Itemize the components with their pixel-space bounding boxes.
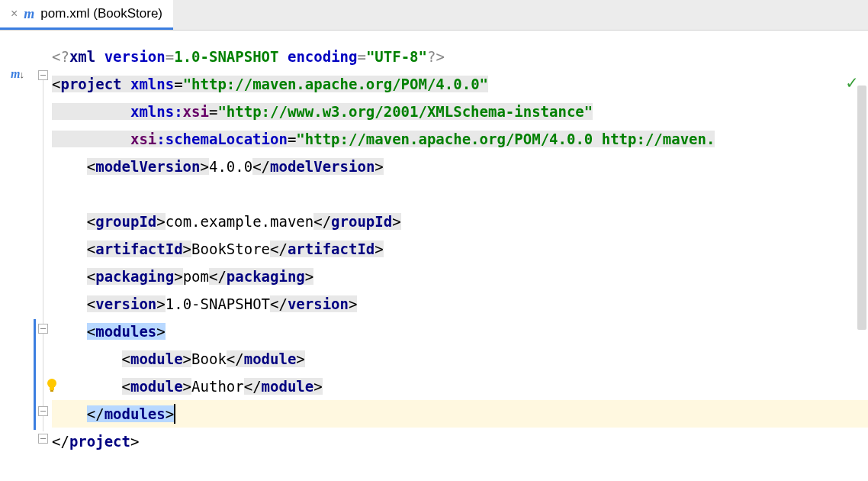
scrollbar-thumb[interactable] (857, 86, 866, 330)
svg-point-0 (47, 379, 56, 388)
code-line[interactable]: <?xml version=1.0-SNAPSHOT encoding="UTF… (52, 43, 868, 70)
fold-gutter (37, 31, 52, 481)
intention-bulb-icon[interactable] (44, 377, 59, 392)
code-line[interactable]: <version>1.0-SNAPSHOT</version> (52, 290, 868, 318)
code-line[interactable]: <modules> (52, 318, 868, 345)
editor-area: m <?xml version=1.0-SNAPSHOT encoding="U… (0, 31, 868, 481)
close-icon[interactable]: × (11, 7, 18, 21)
fold-toggle-icon[interactable] (38, 324, 48, 334)
code-line[interactable] (52, 180, 868, 208)
code-line[interactable]: <groupId>com.example.maven</groupId> (52, 208, 868, 235)
fold-toggle-icon[interactable] (38, 70, 48, 80)
code-line[interactable]: <artifactId>BookStore</artifactId> (52, 235, 868, 263)
change-marker (34, 319, 36, 430)
text-cursor (174, 404, 175, 424)
fold-toggle-icon[interactable] (38, 406, 48, 416)
code-line[interactable]: <packaging>pom</packaging> (52, 263, 868, 290)
fold-line (43, 80, 43, 431)
code-line[interactable]: <modelVersion>4.0.0</modelVersion> (52, 153, 868, 180)
svg-rect-1 (50, 387, 54, 390)
code-line[interactable]: <project xmlns="http://maven.apache.org/… (52, 70, 868, 98)
left-gutter: m (0, 31, 37, 481)
maven-file-icon: m (24, 6, 34, 22)
fold-toggle-icon[interactable] (38, 434, 48, 444)
code-line[interactable]: xsi:schemaLocation="http://maven.apache.… (52, 125, 868, 153)
code-line[interactable]: </project> (52, 428, 868, 455)
svg-rect-2 (50, 390, 53, 392)
inspection-ok-icon[interactable]: ✓ (847, 72, 857, 93)
code-editor[interactable]: <?xml version=1.0-SNAPSHOT encoding="UTF… (52, 31, 868, 481)
scrollbar[interactable] (857, 86, 866, 481)
tab-bar: × m pom.xml (BookStore) (0, 0, 868, 31)
maven-gutter-icon[interactable]: m (11, 67, 24, 81)
code-line[interactable]: </modules> (52, 400, 868, 428)
tab-filename: pom.xml (BookStore) (40, 6, 162, 21)
code-line[interactable]: <module>Book</module> (52, 345, 868, 373)
code-line[interactable]: xmlns:xsi="http://www.w3.org/2001/XMLSch… (52, 98, 868, 125)
editor-tab[interactable]: × m pom.xml (BookStore) (0, 0, 173, 30)
code-line[interactable]: <module>Author</module> (52, 373, 868, 400)
